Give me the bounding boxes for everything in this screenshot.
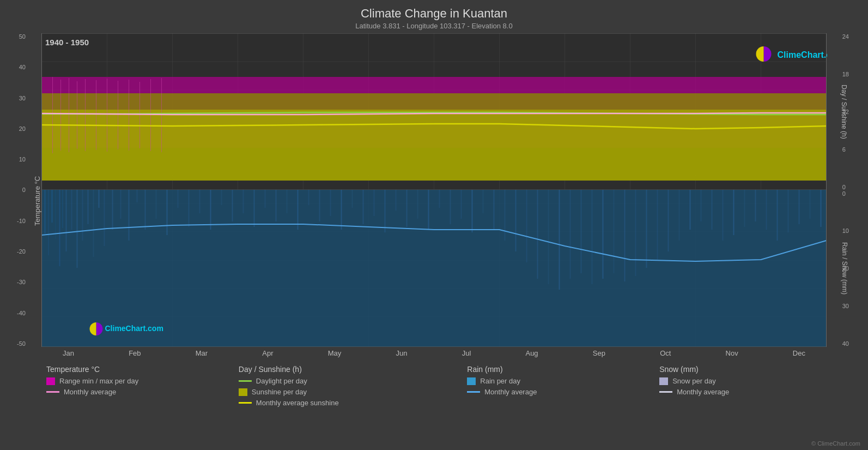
legend-item-sunshine-avg: Monthly average sunshine [239, 399, 456, 407]
legend-item-sunshine-day: Sunshine per day [239, 388, 456, 396]
legend-item-snow-day: Snow per day [659, 377, 841, 385]
legend-item-rain-day: Rain per day [467, 377, 648, 385]
right-axis-label-top: Day / Sunshine (h) [840, 85, 847, 139]
rain-swatch [467, 377, 476, 385]
svg-rect-24 [42, 190, 827, 347]
svg-rect-26 [48, 190, 49, 255]
legend-rain: Rain (mm) Rain per day Monthly average [462, 365, 654, 407]
copyright: © ClimeChart.com [811, 440, 860, 447]
svg-rect-28 [56, 190, 56, 239]
legend-area: Temperature °C Range min / max per day M… [41, 365, 846, 407]
year-label: 1940 - 1950 [45, 38, 89, 47]
daylight-line [239, 380, 252, 382]
legend-temperature: Temperature °C Range min / max per day M… [41, 365, 233, 407]
svg-rect-27 [52, 190, 53, 223]
page-subtitle: Latitude 3.831 - Longitude 103.317 - Ele… [0, 22, 868, 30]
temp-avg-line [46, 391, 59, 393]
legend-snow-title: Snow (mm) [659, 365, 841, 374]
snow-swatch [659, 377, 668, 385]
svg-rect-30 [63, 190, 63, 228]
svg-text:ClimeChart.com: ClimeChart.com [105, 324, 163, 333]
svg-rect-25 [45, 190, 46, 233]
svg-text:ClimeChart.com: ClimeChart.com [778, 50, 828, 59]
temp-range-swatch [46, 377, 55, 385]
left-axis-ticks: 50 40 30 20 10 0 -10 -20 -30 -40 -50 [17, 33, 26, 347]
right-axis-label-bottom: Rain / Snow (mm) [841, 242, 848, 295]
month-labels: Jan Feb Mar Apr May Jun Jul Aug Sep Oct … [63, 349, 805, 357]
legend-item-snow-avg: Monthly average [659, 388, 841, 396]
legend-item-temp-avg: Monthly average [46, 388, 228, 396]
legend-sunshine-title: Day / Sunshine (h) [239, 365, 456, 374]
left-axis-label: Temperature °C [33, 169, 41, 234]
legend-item-temp-range: Range min / max per day [46, 377, 228, 385]
legend-rain-title: Rain (mm) [467, 365, 648, 374]
page-title: Climate Change in Kuantan [0, 7, 868, 21]
svg-rect-29 [59, 190, 60, 266]
snow-avg-line [659, 391, 672, 393]
legend-temperature-title: Temperature °C [46, 365, 228, 374]
chart-svg: ClimeChart.com ClimeChart.com [41, 33, 827, 347]
page-container: Climate Change in Kuantan Latitude 3.831… [0, 0, 868, 450]
legend-item-daylight: Daylight per day [239, 377, 456, 385]
header: Climate Change in Kuantan Latitude 3.831… [0, 0, 868, 30]
sunshine-avg-line [239, 402, 252, 404]
legend-snow: Snow (mm) Snow per day Monthly average [654, 365, 846, 407]
rain-avg-line [467, 391, 480, 393]
legend-item-rain-avg: Monthly average [467, 388, 648, 396]
legend-sunshine: Day / Sunshine (h) Daylight per day Suns… [233, 365, 462, 407]
sunshine-swatch [239, 388, 247, 396]
svg-rect-108 [42, 110, 827, 181]
